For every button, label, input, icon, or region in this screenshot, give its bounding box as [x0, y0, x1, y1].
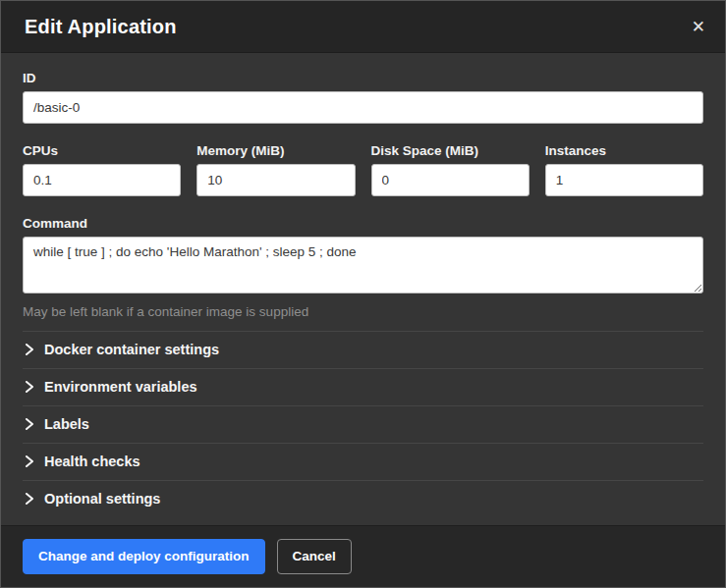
modal-title: Edit Application — [25, 16, 177, 37]
id-input[interactable] — [23, 91, 703, 124]
chevron-right-icon — [23, 380, 36, 394]
chevron-right-icon — [23, 343, 36, 356]
disk-label: Disk Space (MiB) — [371, 143, 530, 158]
modal-footer: Change and deploy configuration Cancel — [1, 525, 725, 587]
disk-input[interactable] — [371, 164, 530, 196]
section-label: Optional settings — [44, 491, 160, 507]
memory-input[interactable] — [196, 164, 355, 196]
cancel-button[interactable]: Cancel — [277, 539, 352, 574]
cpus-field-group: CPUs — [23, 143, 181, 196]
chevron-right-icon — [23, 417, 36, 431]
modal-header: Edit Application ✕ — [1, 1, 725, 53]
section-label: Docker container settings — [44, 342, 219, 357]
instances-label: Instances — [545, 143, 703, 158]
resources-row: CPUs Memory (MiB) Disk Space (MiB) Insta… — [23, 143, 703, 196]
section-label: Labels — [44, 416, 89, 432]
chevron-right-icon — [23, 492, 36, 506]
section-label: Environment variables — [44, 379, 197, 395]
id-field-group: ID — [23, 71, 703, 124]
section-environment-variables[interactable]: Environment variables — [23, 368, 703, 405]
id-label: ID — [23, 71, 703, 85]
command-label: Command — [23, 216, 703, 231]
chevron-right-icon — [23, 454, 36, 468]
instances-field-group: Instances — [545, 143, 703, 196]
cpus-input[interactable] — [23, 164, 181, 196]
section-optional-settings[interactable]: Optional settings — [23, 480, 703, 517]
change-and-deploy-button[interactable]: Change and deploy configuration — [23, 539, 265, 574]
modal-body: ID CPUs Memory (MiB) Disk Space (MiB) In… — [1, 53, 725, 525]
memory-field-group: Memory (MiB) — [196, 143, 355, 196]
accordion-sections: Docker container settings Environment va… — [23, 331, 703, 517]
section-label: Health checks — [44, 454, 140, 469]
close-icon[interactable]: ✕ — [688, 15, 709, 39]
command-textarea[interactable]: while [ true ] ; do echo 'Hello Marathon… — [23, 237, 703, 294]
command-field-group: Command while [ true ] ; do echo 'Hello … — [23, 216, 703, 319]
disk-field-group: Disk Space (MiB) — [371, 143, 530, 196]
section-health-checks[interactable]: Health checks — [23, 443, 703, 480]
command-help-text: May be left blank if a container image i… — [23, 304, 703, 319]
instances-input[interactable] — [545, 164, 703, 196]
edit-application-modal: Edit Application ✕ ID CPUs Memory (MiB) … — [0, 0, 726, 588]
section-docker-container-settings[interactable]: Docker container settings — [23, 331, 703, 368]
memory-label: Memory (MiB) — [196, 143, 355, 158]
section-labels[interactable]: Labels — [23, 405, 703, 443]
cpus-label: CPUs — [23, 143, 181, 158]
